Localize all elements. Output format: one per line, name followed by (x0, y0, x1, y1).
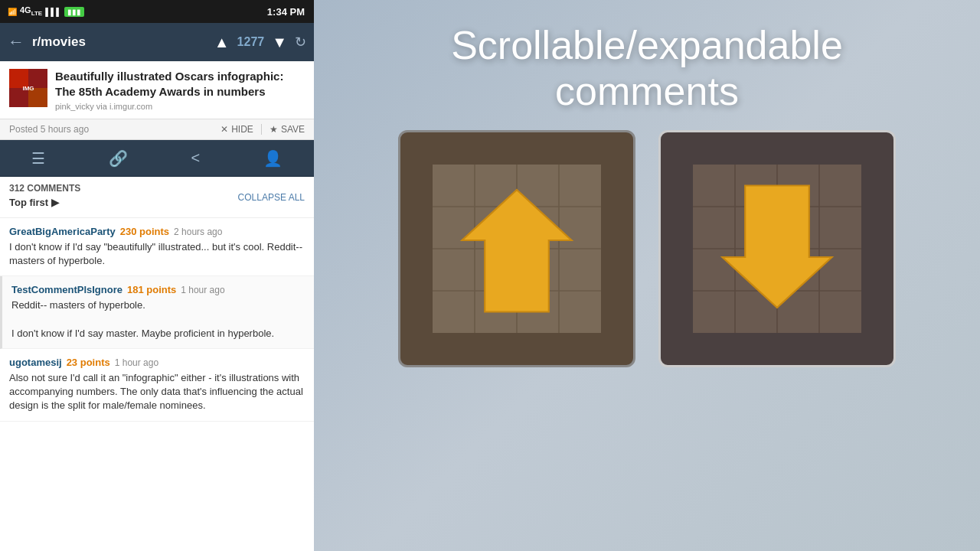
arrows-container (398, 130, 896, 367)
sort-arrow-icon: ▶ (51, 197, 59, 208)
signal-icon: ▌▌▌ (45, 8, 61, 16)
comment-author[interactable]: TestCommentPlsIgnore (11, 284, 122, 295)
comment-icon[interactable]: ☰ (24, 142, 53, 175)
comment-text: Also not sure I'd call it an "infographi… (9, 371, 305, 413)
post-time: Posted 5 hours ago (9, 124, 213, 135)
up-arrow-box (398, 130, 635, 367)
x-icon: ✕ (220, 124, 228, 135)
post-source: pink_vicky via i.imgur.com (55, 102, 305, 111)
user-icon[interactable]: 👤 (256, 142, 290, 175)
down-arrow-svg (693, 165, 861, 333)
star-icon: ★ (270, 124, 278, 135)
comment-text: Reddit-- masters of hyperbole.I don't kn… (11, 298, 305, 341)
sort-label: Top first (9, 197, 48, 208)
4g-lte-label: 4GLTE (20, 5, 42, 17)
downvote-nav-icon[interactable]: ▼ (272, 34, 287, 51)
comment-item: ugotamesij 23 points 1 hour ago Also not… (0, 349, 314, 422)
battery-icon: ▮▮▮ (64, 7, 84, 17)
link-icon[interactable]: 🔗 (101, 142, 136, 175)
comment-time: 2 hours ago (174, 227, 222, 237)
comment-meta: GreatBigAmericaParty 230 points 2 hours … (9, 226, 305, 237)
comment-item: TestCommentPlsIgnore 181 points 1 hour a… (0, 276, 314, 349)
feature-title-text: Scrollable/expandablecomments (451, 23, 843, 113)
wifi-icon: 📶 (8, 8, 17, 16)
comment-points: 181 points (127, 284, 176, 295)
comments-header: 312 COMMENTS Top first ▶ COLLAPSE ALL (0, 177, 314, 218)
svg-text:IMG: IMG (22, 85, 34, 92)
comment-text: I don't know if I'd say "beautifully" il… (9, 240, 305, 268)
refresh-icon[interactable]: ↻ (295, 34, 306, 51)
comment-time: 1 hour ago (181, 285, 224, 295)
hide-button[interactable]: ✕ HIDE (220, 124, 262, 135)
upvote-nav-icon[interactable]: ▲ (214, 34, 230, 51)
thumbnail-image: IMG (9, 69, 47, 107)
comment-item: GreatBigAmericaParty 230 points 2 hours … (0, 218, 314, 276)
comments-sort[interactable]: Top first ▶ (9, 194, 80, 211)
comments-count: 312 COMMENTS (9, 183, 80, 194)
navigation-bar: ← r/movies ▲ 1277 ▼ ↻ (0, 23, 314, 61)
hide-label: HIDE (231, 124, 253, 135)
comment-author[interactable]: GreatBigAmericaParty (9, 226, 116, 237)
phone-panel: 📶 4GLTE ▌▌▌ ▮▮▮ 1:34 PM ← r/movies ▲ 127… (0, 0, 314, 551)
comment-meta: ugotamesij 23 points 1 hour ago (9, 357, 305, 368)
save-button[interactable]: ★ SAVE (270, 124, 305, 135)
subreddit-label[interactable]: r/movies (32, 34, 207, 50)
save-label: SAVE (281, 124, 305, 135)
post-title-area: Beautifully illustrated Oscars infograph… (55, 69, 305, 111)
status-bar-icons: 📶 4GLTE ▌▌▌ ▮▮▮ (8, 5, 84, 17)
up-arrow-svg (433, 165, 601, 333)
action-bar: ☰ 🔗 < 👤 (0, 140, 314, 177)
comment-points: 230 points (120, 226, 169, 237)
meta-bar: Posted 5 hours ago ✕ HIDE ★ SAVE (0, 119, 314, 140)
status-bar-time: 1:34 PM (267, 6, 305, 18)
collapse-all-button[interactable]: COLLAPSE ALL (238, 192, 305, 203)
comment-meta: TestCommentPlsIgnore 181 points 1 hour a… (11, 284, 305, 295)
score-label: 1277 (237, 35, 265, 49)
status-bar: 📶 4GLTE ▌▌▌ ▮▮▮ 1:34 PM (0, 0, 314, 23)
down-arrow-box (658, 130, 896, 367)
comment-time: 1 hour ago (115, 357, 158, 368)
comment-points: 23 points (67, 357, 110, 368)
comment-author[interactable]: ugotamesij (9, 357, 62, 368)
back-icon[interactable]: ← (8, 32, 24, 52)
right-panel: Scrollable/expandablecomments (314, 0, 980, 551)
post-area: IMG Beautifully illustrated Oscars infog… (0, 61, 314, 119)
feature-title: Scrollable/expandablecomments (451, 23, 843, 115)
post-thumbnail[interactable]: IMG (9, 69, 47, 107)
share-icon[interactable]: < (183, 142, 207, 174)
post-title[interactable]: Beautifully illustrated Oscars infograph… (55, 69, 305, 99)
comments-list: GreatBigAmericaParty 230 points 2 hours … (0, 218, 314, 551)
